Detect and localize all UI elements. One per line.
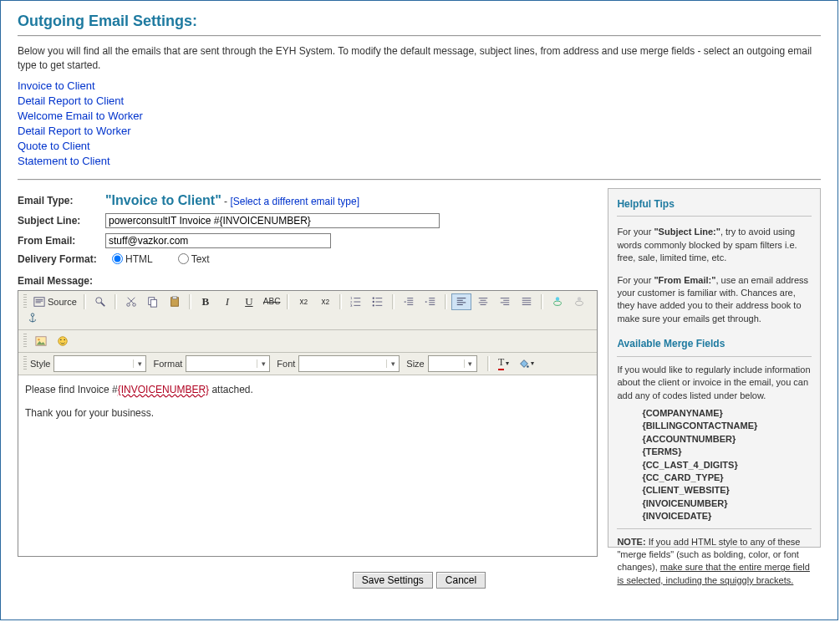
email-type-link[interactable]: Detail Report to Worker xyxy=(18,125,821,137)
editor-body[interactable]: Please find Invoice #{INVOICENUMBER} att… xyxy=(18,375,597,556)
font-combo[interactable]: ▾ xyxy=(298,355,400,372)
paste-button[interactable] xyxy=(165,293,185,310)
subject-input[interactable] xyxy=(105,213,440,228)
merge-field-item: {CLIENT_WEBSITE} xyxy=(642,484,812,497)
svg-rect-0 xyxy=(34,297,44,306)
format-html-radio[interactable] xyxy=(112,253,123,264)
divider xyxy=(18,35,821,36)
email-type-link[interactable]: Statement to Client xyxy=(18,155,821,167)
unordered-list-button[interactable] xyxy=(368,293,388,310)
outdent-icon xyxy=(403,296,415,308)
image-icon xyxy=(35,335,47,347)
toolbar-grip xyxy=(23,356,27,371)
tip-subject: For your "Subject Line:", try to avoid u… xyxy=(617,226,812,264)
merge-field-list: {COMPANYNAME} {BILLINGCONTACTNAME} {ACCO… xyxy=(642,407,812,523)
format-text-label: Text xyxy=(191,253,210,265)
from-email-input[interactable] xyxy=(105,233,331,248)
style-combo-input[interactable] xyxy=(54,357,133,370)
merge-field-item: {INVOICENUMBER} xyxy=(642,497,812,510)
cut-button[interactable] xyxy=(121,293,141,310)
editor-toolbar-2 xyxy=(18,330,597,353)
size-combo[interactable]: ▾ xyxy=(428,355,477,372)
svg-point-22 xyxy=(59,336,68,345)
align-right-icon xyxy=(499,296,511,308)
editor-toolbar-3: Style ▾ Format ▾ Font ▾ Size ▾ T▾ ▾ xyxy=(18,353,597,375)
source-label: Source xyxy=(48,297,77,307)
label-delivery-format: Delivery Format: xyxy=(18,253,105,265)
chevron-down-icon: ▾ xyxy=(133,359,145,368)
indent-button[interactable] xyxy=(420,293,440,310)
superscript-button[interactable]: x2 xyxy=(315,293,335,310)
toolbar-grip xyxy=(23,294,27,309)
bold-button[interactable]: B xyxy=(196,293,216,310)
chevron-down-icon: ▾ xyxy=(464,359,476,368)
email-type-link[interactable]: Quote to Client xyxy=(18,140,821,152)
size-combo-input[interactable] xyxy=(429,357,464,370)
svg-point-24 xyxy=(64,339,65,340)
text-color-button[interactable]: T▾ xyxy=(494,355,514,372)
preview-button[interactable] xyxy=(90,293,110,310)
align-center-button[interactable] xyxy=(473,293,493,310)
smiley-button[interactable] xyxy=(53,333,73,349)
underline-button[interactable]: U xyxy=(239,293,259,310)
save-button[interactable]: Save Settings xyxy=(353,572,433,589)
outdent-button[interactable] xyxy=(399,293,419,310)
format-text-radio[interactable] xyxy=(178,253,189,264)
select-different-type-link[interactable]: [Select a different email type] xyxy=(230,196,359,207)
merge-field-item: {BILLINGCONTACTNAME} xyxy=(642,420,812,432)
svg-line-2 xyxy=(101,302,104,305)
cancel-button[interactable]: Cancel xyxy=(436,572,486,589)
align-left-button[interactable] xyxy=(451,293,471,310)
format-combo-input[interactable] xyxy=(186,357,257,370)
ordered-list-button[interactable]: 123 xyxy=(346,293,366,310)
strike-button[interactable]: ABC xyxy=(261,293,283,310)
link-button[interactable] xyxy=(547,293,568,310)
editor-toolbar-1: Source B I U ABC x2 x2 xyxy=(18,291,597,330)
email-type-link[interactable]: Welcome Email to Worker xyxy=(18,110,821,122)
label-subject: Subject Line: xyxy=(18,215,105,227)
align-justify-button[interactable] xyxy=(517,293,537,310)
svg-point-17 xyxy=(576,301,583,305)
chevron-down-icon: ▾ xyxy=(386,359,399,368)
italic-button[interactable]: I xyxy=(217,293,237,310)
label-from: From Email: xyxy=(18,235,105,247)
tip-from: For your "From Email:", use an email add… xyxy=(617,274,812,326)
svg-point-14 xyxy=(373,304,374,306)
svg-point-4 xyxy=(133,303,136,306)
copy-button[interactable] xyxy=(143,293,163,310)
merge-field-item: {CC_LAST_4_DIGITS} xyxy=(642,459,812,472)
svg-point-23 xyxy=(60,339,62,340)
align-right-button[interactable] xyxy=(495,293,515,310)
style-combo-label: Style xyxy=(30,359,50,369)
source-button[interactable]: Source xyxy=(31,293,79,310)
svg-rect-8 xyxy=(172,296,176,298)
smiley-icon xyxy=(57,335,69,347)
align-center-icon xyxy=(477,296,489,308)
intro-text: Below you will find all the emails that … xyxy=(18,44,821,73)
merge-field-item: {TERMS} xyxy=(642,446,812,458)
svg-text:3: 3 xyxy=(350,303,353,308)
magnifier-icon xyxy=(94,296,106,308)
merge-heading: Available Merge Fields xyxy=(617,337,812,351)
divider xyxy=(617,528,812,529)
svg-point-15 xyxy=(554,301,562,305)
link-icon xyxy=(552,296,563,308)
anchor-button[interactable] xyxy=(23,310,43,327)
image-button[interactable] xyxy=(31,333,51,349)
subscript-button[interactable]: x2 xyxy=(293,293,313,310)
format-combo[interactable]: ▾ xyxy=(186,355,270,372)
unlink-icon xyxy=(573,296,585,308)
merge-field-item: {CC_CARD_TYPE} xyxy=(642,472,812,484)
email-type-link[interactable]: Invoice to Client xyxy=(18,79,821,92)
unlink-button[interactable] xyxy=(569,293,589,310)
bg-color-button[interactable]: ▾ xyxy=(516,355,537,372)
align-left-icon xyxy=(456,296,467,308)
tips-heading: Helpful Tips xyxy=(617,197,812,212)
body-line: Please find Invoice #{INVOICENUMBER} att… xyxy=(25,382,590,397)
style-combo[interactable]: ▾ xyxy=(53,355,146,372)
email-type-link[interactable]: Detail Report to Client xyxy=(18,94,821,107)
svg-point-25 xyxy=(527,365,529,368)
format-html-label: HTML xyxy=(125,253,153,265)
anchor-icon xyxy=(27,313,38,324)
font-combo-input[interactable] xyxy=(299,357,386,370)
